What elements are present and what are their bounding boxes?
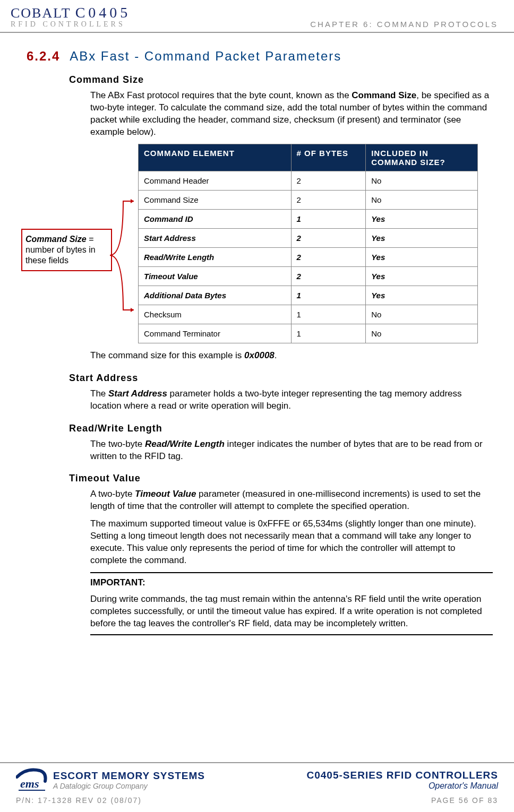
svg-text:ems: ems	[20, 777, 39, 790]
table-cell: No	[366, 324, 478, 343]
footer-product-sub: Operator's Manual	[307, 781, 499, 791]
table-cell: 2	[291, 228, 366, 247]
table-row: Command Terminator1No	[139, 324, 478, 343]
chapter-label: CHAPTER 6: COMMAND PROTOCOLS	[310, 20, 498, 29]
table-cell: 2	[291, 266, 366, 286]
command-size-heading: Command Size	[69, 74, 493, 85]
start-address-heading: Start Address	[69, 373, 493, 384]
table-cell: 2	[291, 190, 366, 209]
command-size-example-line: The command size for this example is 0x0…	[90, 350, 493, 362]
table-header-element: COMMAND ELEMENT	[139, 144, 292, 171]
table-cell: Command Terminator	[139, 324, 292, 343]
table-cell: Yes	[366, 266, 478, 286]
table-row: Checksum1No	[139, 305, 478, 324]
section-number: 6.2.4	[27, 49, 60, 63]
table-row: Command Size2No	[139, 190, 478, 209]
table-cell: 1	[291, 324, 366, 343]
table-row: Read/Write Length2Yes	[139, 247, 478, 266]
important-body: During write commands, the tag must rema…	[90, 593, 493, 630]
table-cell: 1	[291, 305, 366, 324]
page-header: COBALT C0405 RFID CONTROLLERS CHAPTER 6:…	[0, 0, 514, 33]
table-cell: Yes	[366, 247, 478, 266]
table-row: Timeout Value2Yes	[139, 266, 478, 286]
table-cell: Yes	[366, 228, 478, 247]
footer-product: C0405-SERIES RFID CONTROLLERS	[307, 770, 499, 781]
rw-length-heading: Read/Write Length	[69, 423, 493, 434]
page-footer: ems ESCORT MEMORY SYSTEMS A Datalogic Gr…	[0, 762, 514, 812]
table-cell: Start Address	[139, 228, 292, 247]
table-cell: No	[366, 305, 478, 324]
callout-box: Command Size = number of bytes in these …	[21, 229, 112, 271]
table-header-bytes: # OF BYTES	[291, 144, 366, 171]
logo-brand: COBALT	[11, 5, 71, 21]
table-cell: No	[366, 190, 478, 209]
table-cell: Command ID	[139, 209, 292, 228]
command-elements-table: COMMAND ELEMENT # OF BYTES INCLUDED IN C…	[138, 144, 478, 343]
rw-length-paragraph: The two-byte Read/Write Length integer i…	[90, 438, 493, 463]
footer-logo-block: ems ESCORT MEMORY SYSTEMS A Datalogic Gr…	[16, 766, 205, 794]
footer-part-number: P/N: 17-1328 REV 02 (08/07)	[16, 796, 142, 805]
table-header-included: INCLUDED IN COMMAND SIZE?	[366, 144, 478, 171]
ems-logo-icon: ems	[16, 766, 48, 794]
table-row: Start Address2Yes	[139, 228, 478, 247]
table-row: Additional Data Bytes1Yes	[139, 286, 478, 305]
table-cell: Command Header	[139, 171, 292, 190]
table-cell: No	[366, 171, 478, 190]
footer-company-sub: A Datalogic Group Company	[53, 782, 205, 790]
table-cell: Read/Write Length	[139, 247, 292, 266]
footer-company: ESCORT MEMORY SYSTEMS	[53, 770, 205, 782]
command-size-table-area: Command Size = number of bytes in these …	[27, 144, 493, 343]
table-cell: Yes	[366, 209, 478, 228]
logo-subtitle: RFID CONTROLLERS	[11, 20, 131, 29]
important-note: IMPORTANT: During write commands, the ta…	[90, 572, 493, 635]
start-address-paragraph: The Start Address parameter holds a two-…	[90, 388, 493, 412]
logo-model: C0405	[75, 4, 131, 21]
logo: COBALT C0405 RFID CONTROLLERS	[11, 4, 131, 29]
timeout-heading: Timeout Value	[69, 473, 493, 484]
section-title: ABx Fast - Command Packet Parameters	[70, 49, 341, 63]
table-row: Command Header2No	[139, 171, 478, 190]
table-cell: 1	[291, 209, 366, 228]
bracket-icon	[107, 191, 139, 321]
table-cell: Additional Data Bytes	[139, 286, 292, 305]
svg-marker-1	[131, 308, 134, 312]
svg-marker-0	[131, 199, 134, 203]
important-title: IMPORTANT:	[90, 577, 493, 588]
timeout-paragraph-2: The maximum supported timeout value is 0…	[90, 518, 493, 567]
table-cell: 2	[291, 171, 366, 190]
table-row: Command ID1Yes	[139, 209, 478, 228]
timeout-paragraph-1: A two-byte Timeout Value parameter (meas…	[90, 488, 493, 513]
table-cell: Timeout Value	[139, 266, 292, 286]
table-cell: Checksum	[139, 305, 292, 324]
table-cell: Yes	[366, 286, 478, 305]
table-cell: Command Size	[139, 190, 292, 209]
section-heading: 6.2.4 ABx Fast - Command Packet Paramete…	[27, 49, 493, 64]
table-cell: 1	[291, 286, 366, 305]
command-size-paragraph-1: The ABx Fast protocol requires that the …	[90, 90, 493, 139]
table-cell: 2	[291, 247, 366, 266]
footer-page-number: PAGE 56 OF 83	[431, 796, 498, 805]
